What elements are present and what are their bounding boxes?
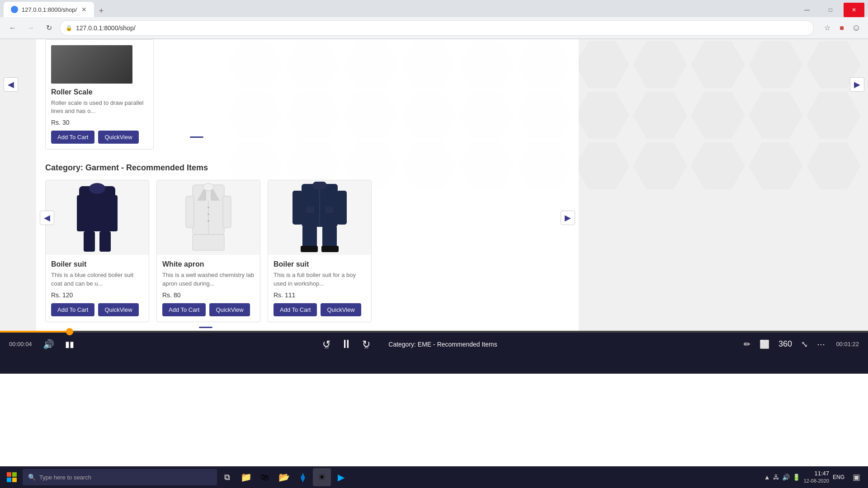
product-name: Roller Scale (51, 88, 148, 96)
tab-favicon (11, 6, 18, 13)
add-to-cart-apron[interactable]: Add To Cart (162, 303, 206, 316)
fullscreen-button[interactable]: ⤡ (799, 338, 810, 351)
svg-rect-1 (77, 195, 88, 231)
video-progress-fill (0, 331, 70, 333)
tab-close-button[interactable]: ✕ (81, 6, 87, 13)
add-to-cart-boiler-2[interactable]: Add To Cart (274, 303, 317, 316)
video-title: Category: EME - Recommended Items (388, 341, 497, 348)
svg-rect-18 (292, 191, 302, 225)
bookmark-star-icon[interactable]: ☆ (821, 22, 834, 34)
notification-icon: ▣ (853, 472, 860, 482)
product-name-apron: White apron (162, 260, 255, 268)
product-image-white-apron (184, 183, 233, 253)
skip-back-label: 10 (325, 345, 329, 349)
svg-rect-19 (337, 191, 347, 225)
video-current-time: 00:00:04 (9, 341, 34, 347)
media-player-button[interactable]: ▶ (332, 468, 350, 486)
tab-label: 127.0.0.1:8000/shop/ (22, 6, 78, 13)
reload-button[interactable]: ↻ (42, 21, 56, 35)
extensions-icon[interactable]: ■ (835, 22, 848, 34)
product-price-boiler-1: Rs. 120 (51, 291, 143, 299)
hex-cell (691, 92, 745, 139)
svg-point-12 (208, 206, 209, 208)
quickview-boiler-1[interactable]: QuickView (98, 303, 138, 316)
carousel-dot-garment (199, 327, 212, 328)
carousel-right-arrow-top[interactable]: ▶ (850, 77, 864, 92)
chrome-icon: ☀ (318, 472, 326, 483)
hex-cell (633, 41, 687, 88)
maximize-button[interactable]: □ (820, 3, 841, 17)
video-right-controls: ✏ ⬜ 360 ⤡ ⋯ (742, 338, 827, 351)
network-icon[interactable]: 🖧 (773, 474, 779, 481)
clock[interactable]: 11:47 12-08-2020 (804, 469, 829, 485)
quickview-boiler-2[interactable]: QuickView (321, 303, 361, 316)
vr-button[interactable]: 360 (777, 338, 794, 351)
product-card-boiler-suit-2: Boiler suit This is a full boiler suit f… (268, 180, 372, 322)
win-logo-sq1 (7, 472, 11, 477)
windows-logo (7, 472, 17, 482)
carousel-left-arrow-top[interactable]: ◀ (4, 77, 18, 92)
account-icon[interactable]: ☺ (850, 22, 863, 34)
picture-in-picture-button[interactable]: ⬜ (758, 338, 771, 351)
product-price-apron: Rs. 80 (162, 291, 255, 299)
add-to-cart-boiler-1[interactable]: Add To Cart (51, 303, 94, 316)
hex-cell (749, 41, 803, 88)
volume-button[interactable]: 🔊 (41, 337, 56, 352)
video-controls: 00:00:04 🔊 ▮▮ ↺ 10 ⏸ ↻ 30 Category: EME … (0, 333, 868, 356)
battery-icon[interactable]: 🔋 (793, 474, 800, 481)
search-icon: 🔍 (28, 474, 36, 481)
video-progress-bar[interactable] (0, 331, 868, 333)
quickview-button[interactable]: QuickView (98, 131, 138, 144)
svg-rect-3 (84, 231, 95, 252)
security-icon: 🔒 (66, 25, 72, 31)
store-button[interactable]: 🛍 (256, 468, 274, 486)
back-button[interactable]: ← (5, 21, 20, 35)
folder-button[interactable]: 📂 (275, 468, 293, 486)
notification-center-button[interactable]: ▣ (850, 471, 863, 483)
forward-button[interactable]: → (24, 21, 38, 35)
taskbar-search[interactable]: 🔍 Type here to search (23, 469, 217, 485)
vscode-button[interactable]: ⧫ (294, 468, 312, 486)
volume-icon[interactable]: 🔊 (782, 474, 790, 481)
chrome-button[interactable]: ☀ (313, 468, 331, 486)
browser-tab[interactable]: 127.0.0.1:8000/shop/ ✕ (4, 2, 94, 17)
product-card-white-apron: White apron This is a well washed chemis… (156, 180, 260, 322)
category-title-garment: Category: Garment - Recommended Items (45, 159, 570, 173)
skip-forward-button[interactable]: ↻ 30 (360, 337, 372, 352)
carousel-left-arrow-garment[interactable]: ◀ (40, 211, 54, 225)
product-image-roller-scale (51, 45, 132, 84)
product-image-boiler-dark (66, 182, 129, 254)
product-price: Rs. 30 (51, 119, 148, 126)
draw-button[interactable]: ✏ (742, 338, 752, 351)
subtitles-button[interactable]: ▮▮ (63, 338, 76, 351)
url-bar[interactable]: 🔒 127.0.0.1:8000/shop/ (60, 20, 814, 36)
skip-back-button[interactable]: ↺ 10 (321, 337, 332, 352)
product-image-area-boiler-2 (268, 180, 371, 255)
hex-cell (749, 142, 803, 189)
new-tab-button[interactable]: + (94, 5, 108, 17)
win-logo-sq4 (12, 478, 17, 482)
hex-cell (633, 92, 687, 139)
more-options-button[interactable]: ⋯ (815, 338, 827, 351)
svg-rect-2 (106, 195, 118, 231)
video-progress-thumb[interactable] (66, 328, 73, 335)
tab-bar: 127.0.0.1:8000/shop/ ✕ + — □ ✕ (0, 0, 868, 17)
hex-cell (633, 142, 687, 189)
close-button[interactable]: ✕ (844, 3, 864, 17)
task-view-button[interactable]: ⧉ (218, 468, 236, 486)
svg-rect-16 (193, 235, 224, 250)
start-button[interactable] (2, 467, 22, 487)
address-bar: ← → ↻ 🔒 127.0.0.1:8000/shop/ ☆ ■ ☺ (0, 17, 868, 39)
file-explorer-button[interactable]: 📁 (237, 468, 255, 486)
product-actions-apron: Add To Cart QuickView (162, 303, 255, 316)
minimize-button[interactable]: — (797, 3, 817, 17)
pause-button[interactable]: ⏸ (339, 335, 354, 353)
quickview-apron[interactable]: QuickView (209, 303, 250, 316)
search-placeholder-text: Type here to search (39, 474, 91, 481)
video-total-time: 00:01:22 (834, 341, 859, 347)
svg-point-15 (203, 183, 214, 191)
language-indicator[interactable]: ENG (833, 474, 844, 480)
carousel-right-arrow-garment[interactable]: ▶ (561, 211, 575, 225)
tray-up-arrow[interactable]: ▲ (764, 474, 770, 481)
add-to-cart-button[interactable]: Add To Cart (51, 131, 94, 144)
